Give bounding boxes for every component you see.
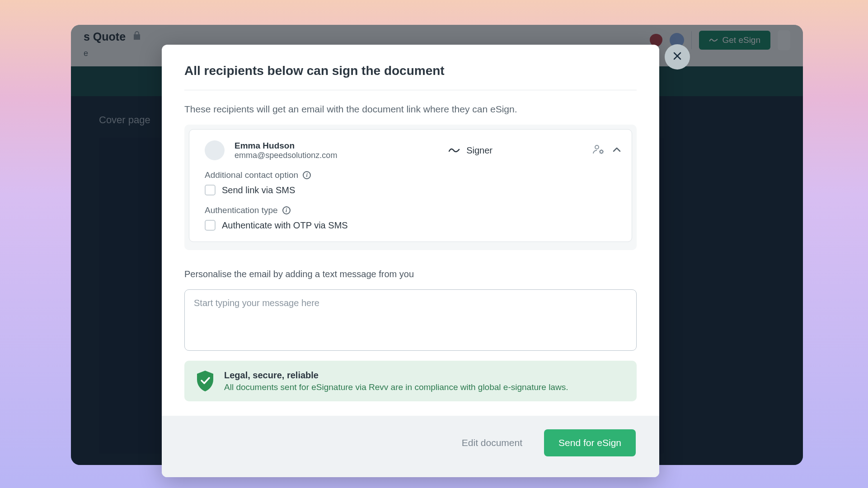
otp-checkbox[interactable] xyxy=(205,220,216,231)
chevron-up-icon[interactable] xyxy=(613,146,621,154)
info-icon[interactable]: i xyxy=(282,206,291,214)
modal-description: These recipients will get an email with … xyxy=(184,104,637,115)
sms-checkbox[interactable] xyxy=(205,185,216,195)
close-button[interactable] xyxy=(665,44,690,70)
recipient-card: Emma Hudson emma@speedsolutionz.com Sign… xyxy=(189,129,632,242)
additional-contact-label: Additional contact option i xyxy=(205,170,621,180)
sms-checkbox-label: Send link via SMS xyxy=(222,185,295,195)
trust-banner: Legal, secure, reliable All documents se… xyxy=(184,361,637,401)
modal-footer: Edit document Send for eSign xyxy=(162,416,659,477)
trust-description: All documents sent for eSignature via Re… xyxy=(224,382,568,392)
recipient-name: Emma Hudson xyxy=(235,141,337,151)
recipient-role-label: Signer xyxy=(466,145,493,156)
otp-checkbox-label: Authenticate with OTP via SMS xyxy=(222,220,348,231)
recipient-avatar xyxy=(205,140,225,160)
close-icon xyxy=(672,50,682,64)
recipients-section: Emma Hudson emma@speedsolutionz.com Sign… xyxy=(184,125,637,250)
shield-check-icon xyxy=(195,370,215,392)
signature-icon xyxy=(448,145,460,156)
message-input[interactable] xyxy=(184,289,637,351)
recipient-email: emma@speedsolutionz.com xyxy=(235,151,337,160)
svg-point-2 xyxy=(595,145,599,149)
personalise-label: Personalise the email by adding a text m… xyxy=(184,269,637,279)
modal-title: All recipients below can sign the docume… xyxy=(184,64,637,90)
info-icon[interactable]: i xyxy=(303,171,311,179)
user-settings-icon[interactable] xyxy=(592,144,605,157)
esign-modal: All recipients below can sign the docume… xyxy=(162,45,659,477)
trust-title: Legal, secure, reliable xyxy=(224,370,568,381)
recipient-role: Signer xyxy=(448,145,493,156)
send-for-esign-button[interactable]: Send for eSign xyxy=(544,429,636,456)
edit-document-button[interactable]: Edit document xyxy=(462,437,522,448)
auth-type-label: Authentication type i xyxy=(205,205,621,215)
